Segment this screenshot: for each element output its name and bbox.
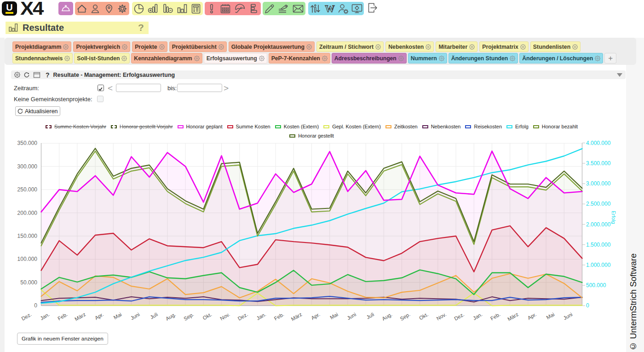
svg-text:Okt.: Okt. — [202, 312, 213, 321]
svg-text:Nov.: Nov. — [436, 312, 447, 322]
svg-text:Jan.: Jan. — [472, 312, 483, 321]
svg-text:Jan.: Jan. — [256, 312, 267, 321]
svg-text:Juni: Juni — [563, 312, 574, 321]
svg-text:Dez.: Dez. — [237, 312, 249, 322]
svg-text:Feb.: Feb. — [273, 312, 285, 322]
svg-text:250.000: 250.000 — [17, 186, 38, 193]
svg-text:März: März — [290, 312, 303, 322]
svg-text:März: März — [506, 312, 519, 322]
svg-text:3.000.000: 3.000.000 — [586, 180, 611, 187]
svg-text:3.500.000: 3.500.000 — [586, 160, 611, 167]
svg-text:2.000.000: 2.000.000 — [586, 221, 611, 228]
svg-text:500.000: 500.000 — [586, 282, 606, 289]
svg-text:Sep.: Sep. — [183, 312, 195, 322]
svg-text:Apr.: Apr. — [527, 312, 537, 321]
svg-text:W: W — [325, 3, 334, 14]
svg-text:Feb.: Feb. — [57, 312, 69, 322]
svg-text:Juni: Juni — [346, 312, 357, 321]
svg-text:Nov.: Nov. — [219, 312, 230, 322]
svg-text:Jan.: Jan. — [39, 312, 50, 321]
svg-text:1.000.000: 1.000.000 — [586, 262, 611, 268]
svg-text:200.000: 200.000 — [17, 210, 38, 216]
svg-text:Apr.: Apr. — [310, 312, 321, 321]
svg-text:2.500.000: 2.500.000 — [586, 201, 611, 207]
svg-text:50.000: 50.000 — [20, 279, 37, 286]
svg-text:Erfolg: Erfolg — [611, 211, 616, 224]
svg-text:Mai: Mai — [113, 312, 123, 320]
svg-text:150.000: 150.000 — [17, 233, 38, 239]
svg-text:0: 0 — [34, 302, 37, 309]
svg-text:100.000: 100.000 — [17, 256, 38, 262]
svg-text:Dez.: Dez. — [20, 312, 32, 322]
svg-text:Aug.: Aug. — [165, 312, 177, 322]
svg-text:Aug.: Aug. — [381, 312, 393, 322]
svg-text:Okt.: Okt. — [418, 312, 429, 321]
svg-text:Apr.: Apr. — [94, 312, 104, 321]
svg-text:350.000: 350.000 — [17, 140, 38, 146]
svg-text:1.500.000: 1.500.000 — [586, 242, 611, 248]
svg-text:4.000.000: 4.000.000 — [586, 140, 611, 146]
svg-text:Mai: Mai — [329, 312, 339, 320]
svg-text:Sep.: Sep. — [399, 312, 411, 322]
svg-text:Dez.: Dez. — [453, 312, 465, 322]
svg-text:300.000: 300.000 — [17, 163, 38, 170]
svg-text:Feb.: Feb. — [489, 312, 501, 322]
svg-text:0: 0 — [586, 302, 589, 309]
svg-text:März: März — [74, 312, 86, 322]
svg-text:Juni: Juni — [130, 312, 141, 321]
svg-text:Juli: Juli — [149, 312, 159, 320]
svg-text:Mai: Mai — [546, 312, 556, 320]
svg-text:Juli: Juli — [366, 312, 375, 320]
